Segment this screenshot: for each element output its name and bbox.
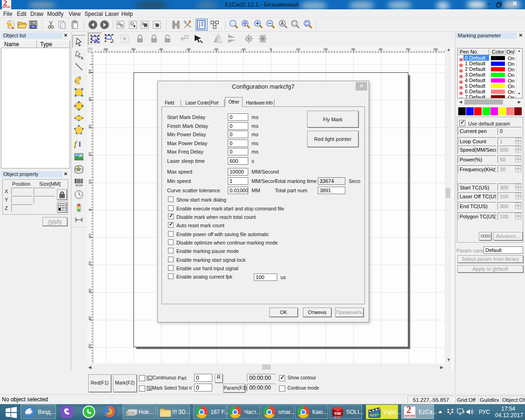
svg-text:2017: 2017: [334, 416, 341, 419]
svg-text:81234: 81234: [76, 184, 83, 187]
svg-text:A: A: [281, 21, 284, 26]
svg-text:321: 321: [370, 413, 376, 417]
svg-text:I: I: [78, 140, 81, 148]
svg-text:f: f: [74, 140, 78, 148]
svg-text:SW: SW: [334, 411, 341, 416]
